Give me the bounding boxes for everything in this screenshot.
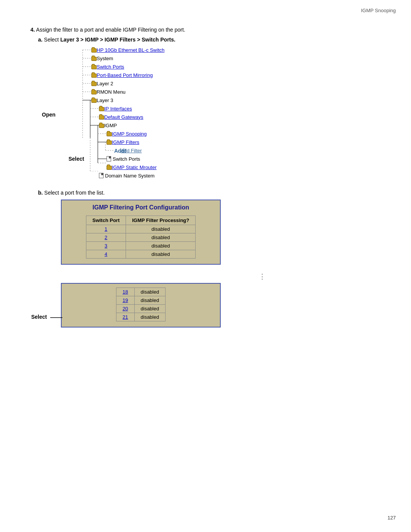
- folder-closed-icon-snooping: [107, 132, 112, 136]
- port-20-link[interactable]: 20: [123, 306, 128, 312]
- table-row[interactable]: 18 disabled: [116, 288, 166, 296]
- sub-b-letter: b.: [38, 190, 43, 196]
- tree-select-label: Select: [68, 156, 84, 162]
- table-row[interactable]: 21 disabled: [116, 313, 166, 321]
- sub-step-a: a. Select Layer 3 > IGMP > IGMP Filters …: [38, 37, 381, 184]
- port-2-link[interactable]: 2: [105, 235, 107, 240]
- port-4-link[interactable]: 4: [105, 251, 107, 257]
- port-3-link[interactable]: 3: [105, 243, 107, 249]
- table-title: IGMP Filtering Port Configuration: [69, 204, 212, 211]
- tree-igmp-snooping[interactable]: IGMP Snooping: [107, 129, 381, 138]
- tree-add-filter[interactable]: Add! Add Filter: [114, 146, 381, 155]
- port-21-cell[interactable]: 21: [116, 313, 134, 321]
- table-row[interactable]: 20 disabled: [116, 305, 166, 313]
- col-switch-port: Switch Port: [86, 216, 126, 225]
- sub-step-b-label: b. Select a port from the list.: [38, 190, 381, 196]
- port-3-cell[interactable]: 3: [86, 242, 126, 250]
- switch-ports-link[interactable]: Switch Ports: [97, 64, 124, 70]
- tree-switch-ports-select[interactable]: Select Switch Ports: [107, 155, 381, 163]
- status-4-cell: disabled: [126, 250, 196, 259]
- table-row[interactable]: 19 disabled: [116, 296, 166, 305]
- port-1-link[interactable]: 1: [105, 226, 107, 232]
- tree-root-link[interactable]: HP 10Gb Ethernet BL-c Switch: [97, 47, 164, 53]
- igmp-text: IGMP: [104, 123, 117, 128]
- tree-port-mirroring[interactable]: Port-Based Port Mirroring: [91, 71, 381, 79]
- table-row[interactable]: 3 disabled: [86, 242, 196, 250]
- sub-step-a-label: a. Select Layer 3 > IGMP > IGMP Filters …: [38, 37, 381, 43]
- layer2-text: Layer 2: [97, 81, 113, 86]
- dots-separator: ⋮: [145, 272, 381, 281]
- tree-switch-ports[interactable]: Switch Ports: [91, 62, 381, 71]
- switch-ports-doc-text: Switch Ports: [113, 156, 140, 162]
- doc-icon-switchports: [107, 156, 111, 161]
- sub-step-b: b. Select a port from the list. IGMP Fil…: [38, 190, 381, 329]
- second-table-section: Select 18 disabled 19: [61, 283, 381, 329]
- port-mirroring-link[interactable]: Port-Based Port Mirroring: [97, 72, 153, 78]
- table-row[interactable]: 4 disabled: [86, 250, 196, 259]
- status-1-cell: disabled: [126, 225, 196, 233]
- folder-closed-icon-layer2: [91, 81, 97, 86]
- folder-closed-icon-system: [91, 56, 97, 61]
- tree-rmon: RMON Menu: [91, 88, 381, 96]
- folder-open-icon-layer3: [91, 98, 97, 102]
- folder-open-icon: [91, 48, 97, 52]
- port-1-cell[interactable]: 1: [86, 225, 126, 233]
- port-19-cell[interactable]: 19: [116, 296, 134, 305]
- sub-b-text: Select a port from the list.: [44, 190, 105, 196]
- tree-default-gateways[interactable]: Default Gateways: [99, 113, 381, 121]
- dns-text: Domain Name System: [105, 173, 155, 179]
- step-number: 4.: [30, 27, 35, 33]
- add-filter-link[interactable]: Add Filter: [121, 148, 142, 153]
- folder-closed-icon-rmon: [91, 90, 97, 94]
- page-header: IGMP Snooping: [361, 8, 396, 13]
- port-21-link[interactable]: 21: [123, 314, 128, 320]
- tree-open-label: Open: [42, 112, 56, 118]
- igmp-static-mrouter-link[interactable]: IGMP Static Mrouter: [112, 165, 157, 170]
- igmp-snooping-link[interactable]: IGMP Snooping: [112, 131, 147, 137]
- folder-closed-icon-gateways: [99, 115, 104, 119]
- port-20-cell[interactable]: 20: [116, 305, 134, 313]
- tree-igmp: IGMP: [99, 121, 381, 129]
- sub-a-bold: Layer 3 > IGMP > IGMP Filters > Switch P…: [60, 37, 175, 43]
- folder-closed-icon-switchports: [91, 65, 97, 69]
- table-wrapper: IGMP Filtering Port Configuration Switch…: [61, 200, 221, 265]
- ip-interfaces-link[interactable]: IP Interfaces: [104, 106, 132, 112]
- header-title: IGMP Snooping: [361, 8, 396, 13]
- doc-icon-dns: [99, 173, 104, 178]
- rmon-text: RMON Menu: [97, 89, 126, 95]
- folder-open-icon-igmp: [99, 123, 104, 128]
- table-row[interactable]: 1 disabled: [86, 225, 196, 233]
- status-3-cell: disabled: [126, 242, 196, 250]
- tree-system: System: [91, 54, 381, 62]
- tree-ip-interfaces[interactable]: IP Interfaces: [99, 104, 381, 113]
- step-4: 4. Assign the filter to a port and enabl…: [30, 27, 381, 329]
- status-19-cell: disabled: [134, 296, 165, 305]
- sub-a-letter: a.: [38, 37, 43, 43]
- igmp-filters-link[interactable]: IGMP Filters: [112, 139, 139, 145]
- tree-layer3: Layer 3: [91, 96, 381, 104]
- step-label: 4. Assign the filter to a port and enabl…: [30, 27, 381, 33]
- first-table-section: IGMP Filtering Port Configuration Switch…: [61, 200, 381, 265]
- layer3-text: Layer 3: [97, 97, 113, 103]
- step-text: Assign the filter to a port and enable I…: [36, 27, 185, 33]
- status-2-cell: disabled: [126, 233, 196, 242]
- port-19-link[interactable]: 19: [123, 297, 128, 303]
- table2-wrapper: Select 18 disabled 19: [61, 283, 221, 328]
- port-4-cell[interactable]: 4: [86, 250, 126, 259]
- add-icon: Add!: [114, 148, 119, 153]
- port-config-table-2: 18 disabled 19 disabled 20 disabled: [116, 288, 166, 321]
- port-2-cell[interactable]: 2: [86, 233, 126, 242]
- default-gateways-link[interactable]: Default Gateways: [104, 114, 143, 120]
- tree-layer2: Layer 2: [91, 79, 381, 88]
- tree-diagram: Open HP 10Gb Ethernet BL-c Switch System: [76, 46, 381, 184]
- status-21-cell: disabled: [134, 313, 165, 321]
- system-text: System: [97, 56, 113, 61]
- status-18-cell: disabled: [134, 288, 165, 296]
- table-row[interactable]: 2 disabled: [86, 233, 196, 242]
- sub-a-text: Select: [44, 37, 61, 43]
- tree-igmp-filters[interactable]: IGMP Filters: [107, 138, 381, 146]
- port-18-link[interactable]: 18: [123, 289, 128, 295]
- select-label-2: Select: [31, 314, 47, 320]
- tree-igmp-static-mrouter[interactable]: IGMP Static Mrouter: [107, 163, 381, 171]
- port-18-cell[interactable]: 18: [116, 288, 134, 296]
